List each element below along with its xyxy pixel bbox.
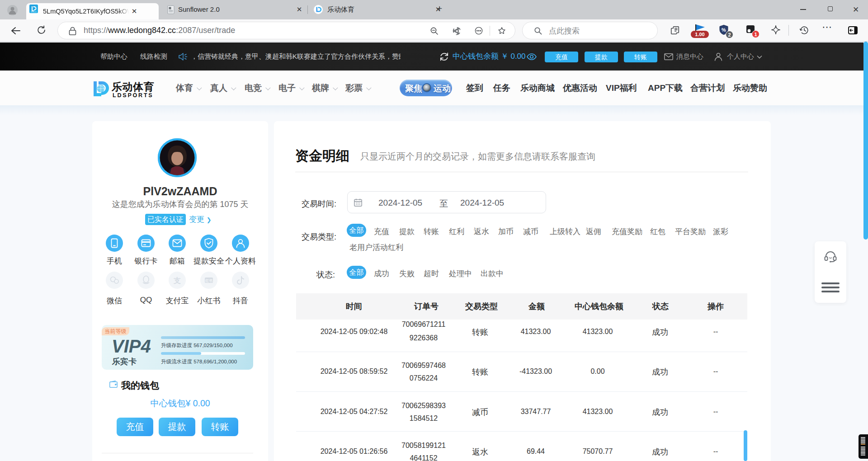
svg-text:%: % [722,27,726,33]
svg-text:支: 支 [173,277,181,284]
svg-text:红书: 红书 [205,279,212,283]
